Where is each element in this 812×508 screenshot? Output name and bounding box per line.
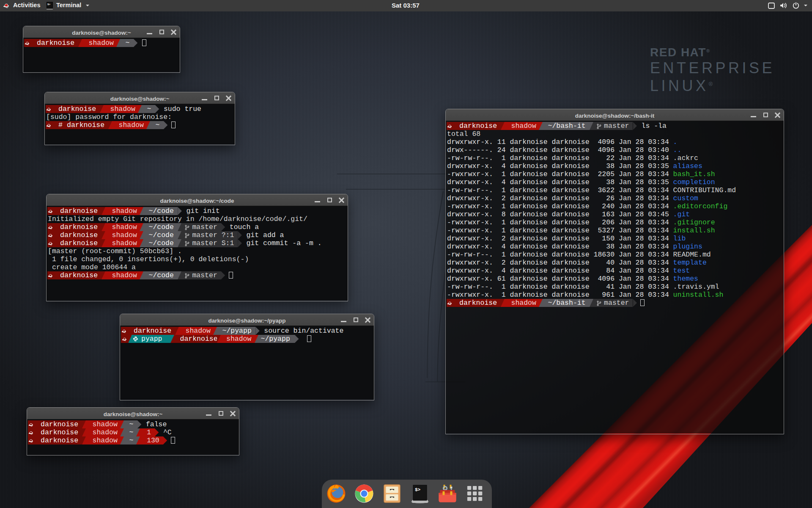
- svg-text:$>: $>: [47, 3, 51, 6]
- svg-text:$>: $>: [415, 487, 421, 492]
